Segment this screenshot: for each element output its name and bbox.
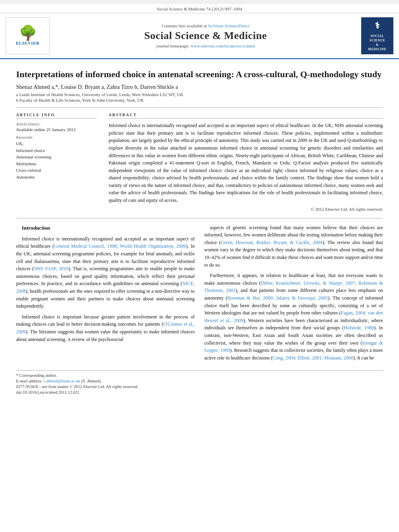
sciverse-prefix: Contents lists available at [162, 23, 207, 28]
copyright: © 2012 Elsevier Ltd. All rights reserved… [109, 207, 383, 212]
ref-nhs[interactable]: NHS FASP, 2010 [34, 266, 68, 271]
keyword-multiethnic: Multiethnic [16, 160, 97, 167]
elsevier-label: ELSEVIER [16, 41, 40, 45]
article-info-column: ARTICLE INFO Article history: Available … [16, 113, 97, 212]
keyword-cross-cultural: Cross-cultural [16, 167, 97, 174]
abstract-text: Informed choice is internationally recog… [109, 122, 383, 204]
badge-line-2: SCIENCE [369, 38, 385, 43]
authors-line: Shenaz Ahmed a,*, Louise D. Bryant a, Za… [16, 84, 383, 90]
doi-line: doi:10.1016/j.socscimed.2011.12.021 [16, 390, 383, 394]
intro-para-1: Informed choice is internationally recog… [16, 235, 195, 310]
body-left-col: Introduction Informed choice is internat… [16, 224, 195, 365]
ref-green[interactable]: Green, Hewison, Bekker, Bryant, & Cuckle… [221, 240, 323, 245]
ref-bowman[interactable]: Bowman & Hui, 2000; Jafarey & Farooqui, … [227, 295, 328, 301]
journal-center: Contents lists available at SciVerse Sci… [54, 17, 357, 54]
issn-line: 0277-9536/$ – see front matter © 2012 El… [16, 384, 383, 389]
article-title: Interpretations of informed choice in an… [16, 69, 383, 80]
ref-gmc[interactable]: General Medical Council, 1998; World Hea… [54, 243, 186, 249]
main-content: Interpretations of informed choice in an… [0, 59, 399, 395]
email-label: E-mail address: [16, 379, 43, 383]
ss-medicine-badge: ⚕ SOCIAL SCIENCE & MEDICINE [361, 17, 393, 54]
page: Social Science & Medicine 74 (2012) 997–… [0, 4, 399, 532]
badge-line-3: & [376, 43, 378, 47]
citation-text: Social Science & Medicine 74 (2012) 997–… [157, 6, 243, 11]
ref-hofstede[interactable]: Hofstede, 1988 [343, 325, 374, 331]
abstract-header: ABSTRACT [109, 113, 383, 119]
footnote-area: * Corresponding author. E-mail address: … [16, 370, 383, 394]
body-right-col: aspects of genetic screening found that … [204, 224, 383, 365]
keywords-label: Keywords: [16, 135, 97, 140]
email-suffix: (S. Ahmed). [81, 379, 102, 383]
keyword-antenatal: Antenatal screening [16, 154, 97, 160]
journal-homepage: journal homepage: www.elsevier.com/locat… [156, 43, 255, 48]
right-para-2: Furthermore, it appears, in relation to … [204, 272, 383, 362]
keyword-uk: UK, [16, 140, 97, 147]
article-info-header: ARTICLE INFO [16, 113, 97, 119]
affiliation-b: b Faculty of Health & Life Sciences, Yor… [16, 98, 383, 103]
intro-para-2: Informed choice is important because gre… [16, 313, 195, 343]
intro-section: Introduction Informed choice is internat… [16, 224, 195, 343]
body-section: Introduction Informed choice is internat… [16, 218, 383, 365]
ref-cong[interactable]: Cong, 2004; Elliott, 2001; Moazam, 2000 [273, 355, 354, 361]
homepage-url[interactable]: www.elsevier.com/locate/socscimed [191, 43, 255, 48]
journal-title: Social Science & Medicine [144, 30, 267, 42]
corresponding-author-note: * Corresponding author. [16, 373, 383, 378]
ref-oconnor[interactable]: O'Connor et al., 2009 [16, 321, 195, 335]
divider-1 [16, 107, 383, 108]
badge-line-1: SOCIAL [370, 34, 384, 38]
ref-fagan[interactable]: Fagan, 2004; van den Heuvel et al., 2009 [204, 310, 383, 323]
affiliation-a: a Leeds Institute of Health Sciences, Un… [16, 92, 383, 97]
elsevier-logo: 🌳 ELSEVIER [6, 17, 50, 54]
badge-line-4: MEDICINE [368, 47, 387, 51]
right-col-text: aspects of genetic screening found that … [204, 224, 383, 362]
info-abstract-section: ARTICLE INFO Article history: Available … [16, 113, 383, 212]
ref-nice[interactable]: NICE, 2008 [16, 281, 195, 294]
homepage-label: journal homepage: [156, 43, 189, 48]
history-label: Article history: [16, 122, 97, 126]
journal-header: 🌳 ELSEVIER Contents lists available at S… [0, 13, 399, 59]
sciverse-line: Contents lists available at SciVerse Sci… [162, 23, 249, 28]
ref-iyengar[interactable]: Iyengar & Lepper, 1999 [204, 340, 383, 353]
sciverse-link[interactable]: SciVerse ScienceDirect [208, 23, 249, 28]
intro-title: Introduction [16, 224, 195, 232]
keywords-list: UK, Informed choice Antenatal screening … [16, 140, 97, 180]
tree-icon: 🌳 [19, 26, 37, 40]
keyword-informed-choice: Informed choice [16, 147, 97, 154]
email-link[interactable]: s.ahmed@leeds.ac.uk [43, 379, 80, 383]
star-note: * Corresponding author. [16, 373, 57, 378]
right-para-1: aspects of genetic screening found that … [204, 224, 383, 269]
email-line: E-mail address: s.ahmed@leeds.ac.uk (S. … [16, 379, 383, 383]
badge-icon: ⚕ [375, 20, 380, 32]
abstract-column: ABSTRACT Informed choice is internationa… [109, 113, 383, 212]
citation-bar: Social Science & Medicine 74 (2012) 997–… [0, 4, 399, 13]
history-value: Available online 25 January 2012 [16, 127, 97, 132]
authors-text: Shenaz Ahmed a,*, Louise D. Bryant a, Za… [16, 84, 178, 90]
keyword-autonomy: Autonomy [16, 174, 97, 181]
